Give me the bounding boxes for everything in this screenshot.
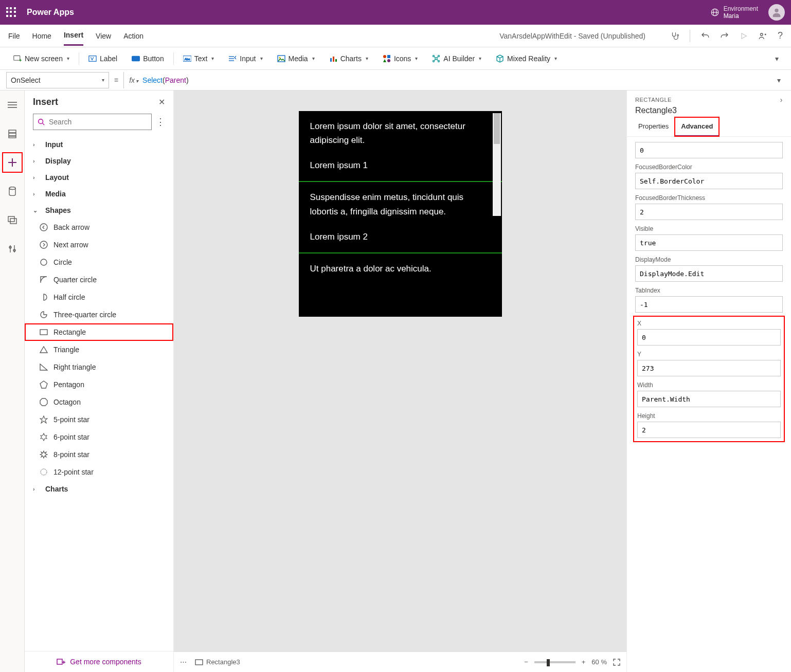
category-shapes[interactable]: ⌄Shapes (25, 202, 173, 219)
svg-rect-62 (57, 659, 62, 664)
shape-octagon[interactable]: Octagon (25, 393, 173, 411)
property-input-width[interactable] (637, 391, 781, 407)
category-input[interactable]: ›Input (25, 136, 173, 153)
share-icon[interactable] (758, 31, 767, 41)
gallery-item[interactable]: Suspendisse enim metus, tincidunt quis l… (299, 182, 502, 253)
category-charts[interactable]: ›Charts (25, 481, 173, 497)
button-button[interactable]: Button (127, 51, 169, 66)
svg-point-20 (383, 55, 386, 58)
breadcrumb[interactable]: Rectangle3 (195, 658, 240, 666)
more-options-icon[interactable]: ⋮ (156, 116, 165, 128)
zoom-in[interactable]: + (582, 658, 586, 666)
svg-text:Abc: Abc (184, 57, 190, 60)
help-icon[interactable]: ? (778, 30, 783, 41)
shape-three-quarter-circle[interactable]: Three-quarter circle (25, 306, 173, 323)
svg-marker-58 (40, 416, 47, 423)
property-input[interactable] (635, 204, 783, 220)
rectangle-icon (195, 659, 203, 665)
svg-line-30 (437, 57, 438, 58)
gallery-item[interactable]: Ut pharetra a dolor ac vehicula. (299, 253, 502, 284)
tools-icon[interactable] (4, 241, 21, 257)
svg-line-49 (43, 123, 45, 125)
property-input[interactable] (635, 265, 783, 282)
search-input[interactable] (33, 114, 152, 130)
shape-circle[interactable]: Circle (25, 253, 173, 271)
shape-right-triangle[interactable]: Right triangle (25, 358, 173, 376)
menu-insert[interactable]: Insert (64, 26, 83, 46)
shape-12-star[interactable]: 12-point star (25, 463, 173, 481)
environment-picker[interactable]: Environment Maria (710, 5, 758, 20)
shape-triangle[interactable]: Triangle (25, 341, 173, 358)
tree-view-icon[interactable] (4, 125, 21, 142)
shape-back-arrow[interactable]: Back arrow (25, 219, 173, 236)
shape-rectangle[interactable]: Rectangle (25, 323, 173, 341)
fullscreen-icon[interactable] (613, 659, 620, 666)
app-preview[interactable]: Lorem ipsum dolor sit amet, consectetur … (299, 111, 502, 317)
svg-marker-5 (742, 33, 746, 39)
category-media[interactable]: ›Media (25, 186, 173, 202)
svg-marker-54 (40, 347, 47, 353)
shape-pentagon[interactable]: Pentagon (25, 376, 173, 393)
property-input[interactable] (635, 142, 783, 158)
menu-action[interactable]: Action (123, 27, 143, 45)
environment-label: Environment (724, 5, 758, 12)
label-button[interactable]: Label (83, 51, 122, 66)
property-input[interactable] (635, 173, 783, 189)
property-input[interactable] (635, 296, 783, 313)
category-display[interactable]: ›Display (25, 153, 173, 169)
tab-advanced[interactable]: Advanced (675, 117, 719, 136)
zoom-slider[interactable] (534, 661, 576, 663)
icons-icon (383, 55, 391, 63)
menu-home[interactable]: Home (32, 27, 51, 45)
footer-more-icon[interactable]: ⋯ (180, 658, 187, 666)
menu-file[interactable]: File (8, 27, 20, 45)
data-icon[interactable] (4, 183, 21, 199)
property-input-x[interactable] (637, 329, 781, 346)
shape-8-star[interactable]: 8-point star (25, 446, 173, 463)
search-icon (38, 118, 45, 125)
shape-6-star[interactable]: 6-point star (25, 428, 173, 446)
property-field: Height (637, 412, 781, 438)
undo-icon[interactable] (700, 31, 710, 41)
close-icon[interactable]: ✕ (158, 97, 165, 107)
icons-dropdown[interactable]: Icons▾ (377, 51, 423, 66)
media-rail-icon[interactable] (4, 212, 21, 228)
svg-rect-18 (333, 57, 334, 62)
insert-rail-icon[interactable] (4, 154, 21, 171)
property-input-height[interactable] (637, 422, 781, 438)
ribbon-expand-icon[interactable]: ▾ (771, 51, 783, 66)
shape-quarter-circle[interactable]: Quarter circle (25, 271, 173, 288)
category-layout[interactable]: ›Layout (25, 169, 173, 186)
app-launcher-icon[interactable] (6, 7, 16, 17)
scrollbar[interactable] (493, 113, 501, 216)
formula-expand-icon[interactable]: ▾ (773, 76, 785, 84)
play-icon[interactable] (740, 32, 748, 40)
property-dropdown[interactable]: OnSelect ▾ (6, 72, 109, 88)
tab-properties[interactable]: Properties (632, 117, 675, 136)
media-dropdown[interactable]: Media▾ (272, 51, 320, 66)
equals-label: = (114, 76, 118, 84)
zoom-out[interactable]: − (524, 658, 528, 666)
new-screen-button[interactable]: New screen▾ (8, 51, 75, 66)
property-input-y[interactable] (637, 360, 781, 376)
hamburger-icon[interactable] (4, 97, 21, 113)
redo-icon[interactable] (720, 31, 729, 41)
property-field: FocusedBorderColor (635, 164, 783, 189)
shape-5-star[interactable]: 5-point star (25, 411, 173, 428)
user-avatar[interactable] (768, 4, 785, 21)
canvas-area: Lorem ipsum dolor sit amet, consectetur … (174, 90, 626, 672)
gallery-item[interactable]: Lorem ipsum dolor sit amet, consectetur … (299, 111, 502, 182)
property-input[interactable] (635, 234, 783, 251)
text-dropdown[interactable]: Abc Text▾ (178, 51, 220, 66)
formula-input[interactable]: fx▾ Select(Parent) (123, 72, 768, 88)
chevron-right-icon[interactable]: › (780, 96, 783, 104)
menu-view[interactable]: View (96, 27, 111, 45)
shape-next-arrow[interactable]: Next arrow (25, 236, 173, 253)
input-dropdown[interactable]: Input▾ (223, 51, 267, 66)
get-more-components[interactable]: Get more components (25, 651, 173, 672)
charts-dropdown[interactable]: Charts▾ (324, 51, 373, 66)
stethoscope-icon[interactable] (670, 31, 679, 41)
mixed-reality-dropdown[interactable]: Mixed Reality▾ (491, 51, 562, 66)
ai-builder-dropdown[interactable]: AI Builder▾ (427, 51, 487, 66)
shape-half-circle[interactable]: Half circle (25, 288, 173, 306)
